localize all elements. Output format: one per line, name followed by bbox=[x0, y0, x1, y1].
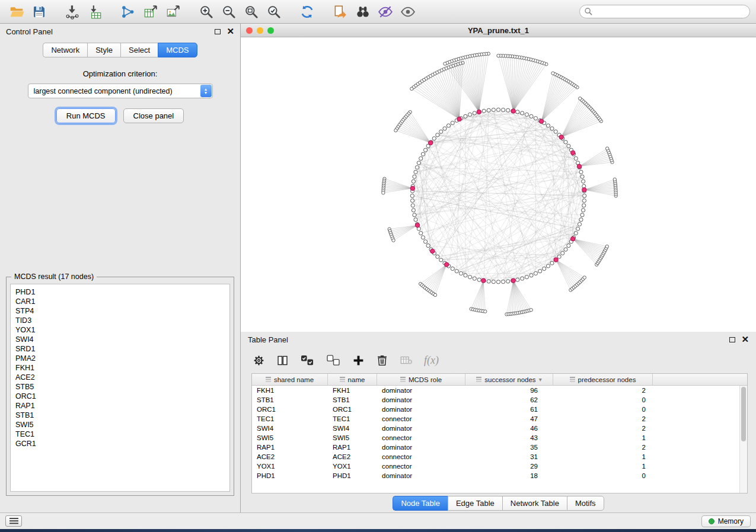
cell-shared-name[interactable]: TEC1 bbox=[252, 415, 328, 422]
show-hide-button[interactable] bbox=[397, 2, 419, 21]
mcds-result-item[interactable]: STB5 bbox=[11, 382, 229, 392]
cell-successor-nodes[interactable]: 29 bbox=[465, 463, 553, 470]
mcds-result-item[interactable]: TEC1 bbox=[11, 430, 229, 439]
table-row[interactable]: ORC1ORC1dominator610 bbox=[252, 405, 739, 414]
panel-menu-button[interactable] bbox=[5, 515, 22, 527]
cell-mcds-role[interactable]: connector bbox=[377, 415, 465, 422]
cell-shared-name[interactable]: SWI5 bbox=[252, 434, 328, 441]
cell-predecessor-nodes[interactable]: 2 bbox=[553, 387, 653, 394]
table-row[interactable]: FKH1FKH1dominator962 bbox=[252, 386, 739, 395]
cell-shared-name[interactable]: PHD1 bbox=[252, 472, 328, 479]
search-network-button[interactable] bbox=[352, 2, 374, 21]
cell-name[interactable]: PHD1 bbox=[328, 472, 377, 479]
cell-shared-name[interactable]: ACE2 bbox=[252, 453, 328, 460]
cell-mcds-role[interactable]: dominator bbox=[377, 472, 465, 479]
cell-successor-nodes[interactable]: 46 bbox=[465, 425, 553, 432]
cell-shared-name[interactable]: FKH1 bbox=[252, 387, 328, 394]
cell-successor-nodes[interactable]: 61 bbox=[465, 406, 553, 413]
table-settings-button[interactable] bbox=[253, 354, 265, 367]
cell-name[interactable]: FKH1 bbox=[328, 387, 377, 394]
table-row[interactable]: PHD1PHD1dominator180 bbox=[252, 471, 739, 480]
mcds-result-item[interactable]: SWI4 bbox=[11, 335, 229, 344]
tab-edge-table[interactable]: Edge Table bbox=[448, 496, 502, 511]
cell-shared-name[interactable]: RAP1 bbox=[252, 444, 328, 451]
zoom-selected-button[interactable] bbox=[263, 2, 285, 21]
cell-name[interactable]: ACE2 bbox=[328, 453, 377, 460]
cell-mcds-role[interactable]: connector bbox=[377, 434, 465, 441]
import-network-button[interactable] bbox=[62, 2, 83, 21]
mcds-result-item[interactable]: CAR1 bbox=[11, 297, 229, 306]
cell-successor-nodes[interactable]: 18 bbox=[465, 472, 553, 479]
cell-predecessor-nodes[interactable]: 0 bbox=[553, 396, 653, 403]
column-header-name[interactable]: name bbox=[328, 374, 377, 385]
mcds-result-item[interactable]: GCR1 bbox=[11, 439, 229, 448]
export-network-button[interactable] bbox=[117, 2, 139, 21]
cell-successor-nodes[interactable]: 62 bbox=[465, 396, 553, 403]
show-columns-button[interactable] bbox=[276, 354, 289, 367]
mcds-result-item[interactable]: FKH1 bbox=[11, 363, 229, 373]
table-row[interactable]: TEC1TEC1connector472 bbox=[252, 414, 739, 424]
cell-predecessor-nodes[interactable]: 0 bbox=[553, 472, 653, 479]
cell-shared-name[interactable]: YOX1 bbox=[252, 463, 328, 470]
cell-mcds-role[interactable]: dominator bbox=[377, 406, 465, 413]
cell-predecessor-nodes[interactable]: 2 bbox=[553, 415, 653, 422]
mcds-result-item[interactable]: YOX1 bbox=[11, 325, 229, 335]
cell-mcds-role[interactable]: dominator bbox=[377, 444, 465, 451]
cell-mcds-role[interactable]: dominator bbox=[377, 396, 465, 403]
cell-predecessor-nodes[interactable]: 1 bbox=[553, 453, 653, 460]
column-header-mcds-role[interactable]: MCDS role bbox=[377, 374, 465, 385]
close-panel-icon[interactable]: ✕ bbox=[227, 28, 234, 35]
float-table-panel-icon[interactable] bbox=[729, 337, 735, 342]
cell-name[interactable]: SWI4 bbox=[328, 425, 377, 432]
table-row[interactable]: RAP1RAP1dominator352 bbox=[252, 443, 739, 452]
refresh-view-button[interactable] bbox=[296, 2, 318, 21]
close-window-icon[interactable] bbox=[246, 27, 253, 34]
tab-style[interactable]: Style bbox=[87, 43, 120, 57]
mcds-result-item[interactable]: STP4 bbox=[11, 306, 229, 316]
import-table-button[interactable] bbox=[84, 2, 106, 21]
cell-mcds-role[interactable]: dominator bbox=[377, 425, 465, 432]
minimize-window-icon[interactable] bbox=[257, 27, 263, 34]
cell-predecessor-nodes[interactable]: 1 bbox=[553, 434, 653, 441]
mcds-result-item[interactable]: ORC1 bbox=[11, 392, 229, 401]
cell-predecessor-nodes[interactable]: 2 bbox=[553, 425, 653, 432]
tab-motifs[interactable]: Motifs bbox=[567, 496, 604, 511]
tab-select[interactable]: Select bbox=[120, 43, 158, 57]
cell-shared-name[interactable]: SWI4 bbox=[252, 425, 328, 432]
filter-view-button[interactable] bbox=[375, 2, 396, 21]
cell-name[interactable]: RAP1 bbox=[328, 444, 377, 451]
column-header-shared-name[interactable]: shared name bbox=[252, 374, 328, 385]
export-table-button[interactable] bbox=[140, 2, 161, 21]
open-session-button[interactable] bbox=[6, 2, 27, 21]
close-table-panel-icon[interactable]: ✕ bbox=[741, 336, 749, 343]
float-panel-icon[interactable] bbox=[215, 29, 221, 34]
cell-shared-name[interactable]: STB1 bbox=[252, 396, 328, 403]
mcds-result-item[interactable]: ACE2 bbox=[11, 373, 229, 382]
mcds-result-item[interactable]: RAP1 bbox=[11, 401, 229, 411]
cell-mcds-role[interactable]: connector bbox=[377, 463, 465, 470]
cell-name[interactable]: ORC1 bbox=[328, 406, 377, 413]
run-mcds-button[interactable]: Run MCDS bbox=[56, 108, 116, 123]
cell-name[interactable]: SWI5 bbox=[328, 434, 377, 441]
tab-network-table[interactable]: Network Table bbox=[502, 496, 567, 511]
cell-mcds-role[interactable]: dominator bbox=[377, 387, 465, 394]
table-row[interactable]: SWI4SWI4dominator462 bbox=[252, 424, 739, 433]
delete-row-button[interactable] bbox=[376, 354, 388, 367]
column-header-predecessor-nodes[interactable]: predecessor nodes bbox=[553, 374, 653, 385]
scrollbar-thumb[interactable] bbox=[741, 387, 746, 441]
function-builder-button[interactable]: f(x) bbox=[424, 354, 439, 367]
mcds-result-item[interactable]: TID3 bbox=[11, 316, 229, 325]
network-canvas[interactable] bbox=[241, 37, 756, 332]
delete-table-button[interactable] bbox=[400, 354, 413, 367]
cell-shared-name[interactable]: ORC1 bbox=[252, 406, 328, 413]
cell-successor-nodes[interactable]: 31 bbox=[465, 453, 553, 460]
close-panel-button[interactable]: Close panel bbox=[123, 108, 184, 123]
tab-mcds[interactable]: MCDS bbox=[158, 43, 197, 57]
mcds-result-list[interactable]: PHD1CAR1STP4TID3YOX1SWI4SRD1PMA2FKH1ACE2… bbox=[10, 284, 230, 492]
cell-successor-nodes[interactable]: 43 bbox=[465, 434, 553, 441]
cell-successor-nodes[interactable]: 96 bbox=[465, 387, 553, 394]
cell-predecessor-nodes[interactable]: 2 bbox=[553, 444, 653, 451]
table-row[interactable]: YOX1YOX1connector291 bbox=[252, 462, 739, 471]
cell-mcds-role[interactable]: connector bbox=[377, 453, 465, 460]
table-row[interactable]: STB1STB1dominator620 bbox=[252, 395, 739, 405]
